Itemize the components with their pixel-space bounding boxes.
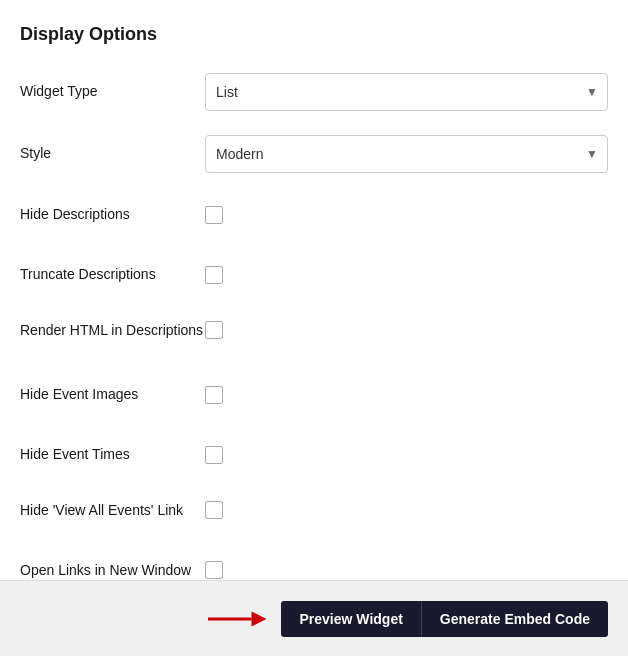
hide-event-times-control <box>205 446 608 464</box>
page-title: Display Options <box>20 24 608 45</box>
truncate-descriptions-row: Truncate Descriptions <box>20 257 608 293</box>
style-row: Style Modern Classic Minimal ▼ <box>20 135 608 173</box>
hide-view-all-row: Hide 'View All Events' Link <box>20 497 608 533</box>
truncate-descriptions-label: Truncate Descriptions <box>20 265 205 285</box>
arrow-icon <box>208 604 268 634</box>
hide-view-all-checkbox[interactable] <box>205 501 223 519</box>
widget-type-label: Widget Type <box>20 82 205 102</box>
open-links-checkbox[interactable] <box>205 561 223 579</box>
action-buttons: Preview Widget Generate Embed Code <box>281 601 608 637</box>
hide-event-times-label: Hide Event Times <box>20 445 205 465</box>
render-html-row: Render HTML in Descriptions <box>20 317 608 353</box>
preview-widget-button[interactable]: Preview Widget <box>281 601 420 637</box>
open-links-control <box>205 561 608 579</box>
open-links-label: Open Links in New Window <box>20 561 205 580</box>
footer-bar: Preview Widget Generate Embed Code <box>0 580 628 656</box>
hide-event-times-checkbox[interactable] <box>205 446 223 464</box>
hide-descriptions-checkbox[interactable] <box>205 206 223 224</box>
hide-descriptions-control <box>205 206 608 224</box>
widget-type-select-wrapper: List Calendar Grid ▼ <box>205 73 608 111</box>
arrow-indicator <box>208 604 268 634</box>
truncate-descriptions-control <box>205 266 608 284</box>
style-select-wrapper: Modern Classic Minimal ▼ <box>205 135 608 173</box>
hide-event-images-control <box>205 386 608 404</box>
truncate-descriptions-checkbox[interactable] <box>205 266 223 284</box>
render-html-checkbox[interactable] <box>205 321 223 339</box>
widget-type-control: List Calendar Grid ▼ <box>205 73 608 111</box>
svg-marker-1 <box>252 611 267 626</box>
style-control: Modern Classic Minimal ▼ <box>205 135 608 173</box>
hide-event-images-checkbox[interactable] <box>205 386 223 404</box>
hide-descriptions-label: Hide Descriptions <box>20 205 205 225</box>
generate-embed-code-button[interactable]: Generate Embed Code <box>421 601 608 637</box>
main-content: Display Options Widget Type List Calenda… <box>0 0 628 580</box>
style-label: Style <box>20 144 205 164</box>
hide-event-images-row: Hide Event Images <box>20 377 608 413</box>
hide-descriptions-row: Hide Descriptions <box>20 197 608 233</box>
hide-event-times-row: Hide Event Times <box>20 437 608 473</box>
widget-type-select[interactable]: List Calendar Grid <box>205 73 608 111</box>
hide-view-all-label: Hide 'View All Events' Link <box>20 501 205 521</box>
widget-type-row: Widget Type List Calendar Grid ▼ <box>20 73 608 111</box>
hide-view-all-control <box>205 501 608 519</box>
render-html-label: Render HTML in Descriptions <box>20 321 205 341</box>
open-links-row: Open Links in New Window <box>20 557 608 580</box>
render-html-control <box>205 321 608 339</box>
style-select[interactable]: Modern Classic Minimal <box>205 135 608 173</box>
hide-event-images-label: Hide Event Images <box>20 385 205 405</box>
